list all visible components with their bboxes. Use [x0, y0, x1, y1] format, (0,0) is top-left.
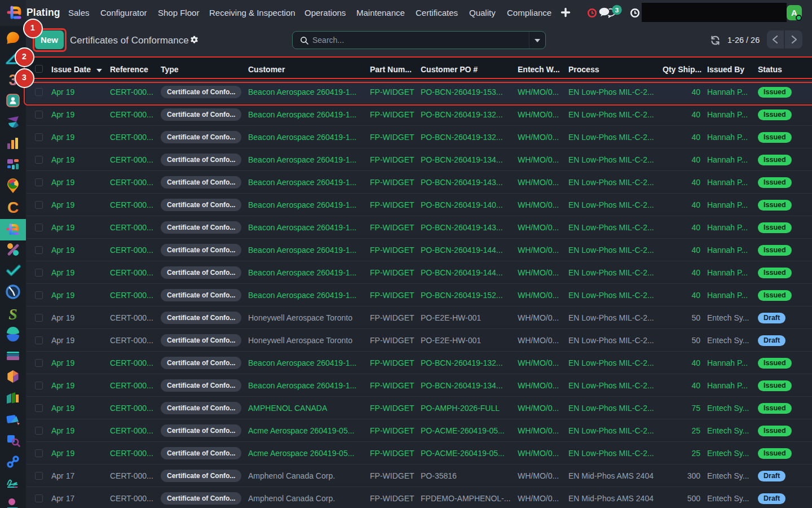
svg-text:3: 3: [615, 7, 619, 14]
svg-text:C: C: [7, 199, 19, 215]
svg-text:S: S: [8, 305, 17, 321]
